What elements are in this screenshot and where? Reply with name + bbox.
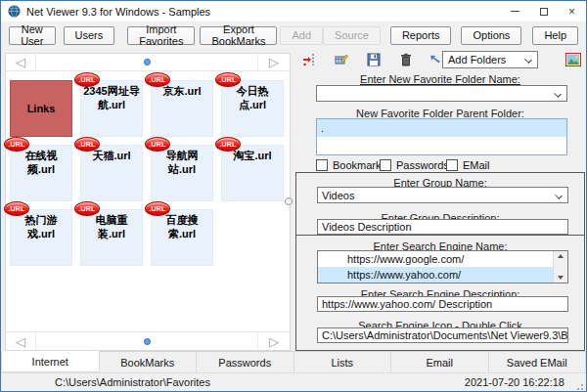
resize-grip-icon[interactable] — [574, 381, 584, 391]
page-next-button[interactable]: ▷ — [257, 54, 290, 70]
url-badge-icon: .URL — [215, 72, 241, 87]
url-badge-icon: .URL — [145, 72, 170, 87]
move-item-icon[interactable] — [302, 53, 316, 66]
new-user-button[interactable]: New User — [9, 26, 56, 45]
tab-passwords[interactable]: Passwords — [197, 352, 294, 372]
url-tile[interactable]: .URL热门游戏.url — [10, 209, 72, 266]
chevron-down-icon — [554, 90, 562, 98]
next-arrow-icon: ▷ — [269, 56, 279, 68]
page-indicator[interactable] — [36, 332, 257, 350]
passwords-checkbox[interactable]: Passwords — [380, 159, 449, 171]
maximize-button[interactable] — [529, 1, 558, 22]
prev-arrow-icon: ◁ — [16, 335, 25, 348]
tab-lists[interactable]: Lists — [294, 352, 392, 372]
current-path: C:\Users\Administrator\Favorites — [55, 376, 210, 388]
url-tile[interactable]: .URL京东.url — [151, 80, 213, 137]
group-description-input[interactable]: Videos Description — [317, 219, 568, 235]
tile-label: 电脑重装.url — [96, 214, 128, 240]
url-tile[interactable]: .URL百度搜索.url — [151, 209, 213, 266]
search-engine-description-input[interactable]: https://www.yahoo.com/ Description — [317, 296, 568, 312]
splitter-handle[interactable] — [285, 197, 293, 205]
new-favorite-folder-name-label: Enter New Favorite Folder Name: — [295, 73, 585, 85]
tile-label: 在线视频.url — [25, 150, 58, 175]
checkbox-icon — [316, 159, 328, 171]
parent-folder-listbox[interactable]: . — [316, 118, 567, 155]
page-next-button[interactable]: ▷ — [257, 332, 290, 350]
chevron-down-icon — [524, 56, 532, 64]
folder-tile-links[interactable]: Links — [10, 80, 72, 137]
page-dot-icon — [144, 59, 151, 65]
page-prev-button[interactable]: ◁ — [6, 332, 36, 350]
search-engine-listbox[interactable]: https://www.google.com/ https://www.yaho… — [317, 250, 568, 283]
list-item[interactable]: https://www.google.com/ — [318, 251, 567, 267]
add-button[interactable]: Add — [280, 26, 323, 45]
help-button[interactable]: Help — [532, 26, 578, 45]
source-button[interactable]: Source — [323, 26, 381, 45]
page-dot-icon — [144, 338, 151, 345]
save-icon[interactable] — [367, 53, 381, 66]
close-button[interactable]: × — [558, 1, 586, 22]
search-engine-icon-input[interactable]: C:\Users\Administrator\Documents\Net Vie… — [317, 327, 568, 343]
tab-internet[interactable]: Internet — [1, 351, 100, 372]
new-favorite-folder-name-combobox[interactable] — [316, 85, 567, 102]
export-bookmarks-button[interactable]: Export BookMarks — [200, 26, 277, 45]
email-checkbox[interactable]: EMail — [446, 159, 490, 171]
url-tile[interactable]: .URL天猫.url — [80, 145, 143, 201]
scroll-down-icon[interactable] — [558, 276, 564, 280]
main-toolbar: New User Users Import Favorites Export B… — [1, 22, 586, 48]
checkbox-label: Passwords — [396, 159, 449, 171]
prev-arrow-icon: ◁ — [16, 56, 25, 68]
tile-label: 今日热点.url — [237, 85, 269, 110]
page-prev-button[interactable]: ◁ — [6, 54, 36, 70]
favorites-panel: ◁ ▷ Links .URL2345网址导航.url .URL京东.url .U… — [5, 53, 291, 351]
page-indicator[interactable] — [36, 54, 257, 70]
details-panel: Add Folders Enter New Favorite Folder Na… — [295, 48, 585, 351]
url-tile[interactable]: .URL今日热点.url — [221, 80, 284, 137]
url-badge-icon: .URL — [74, 201, 100, 216]
app-window: Net Viewer 9.3 for Windows - Samples × N… — [0, 0, 587, 392]
tile-label: 淘宝.url — [233, 150, 271, 161]
url-tile[interactable]: .URL淘宝.url — [221, 145, 284, 201]
top-page-navigator: ◁ ▷ — [6, 54, 290, 71]
url-badge-icon: .URL — [145, 201, 170, 216]
url-badge-icon: .URL — [4, 137, 29, 152]
url-badge-icon: .URL — [74, 137, 100, 152]
minimize-icon — [511, 11, 519, 12]
url-tile[interactable]: .URL导航网站.url — [151, 145, 213, 201]
tab-bookmarks[interactable]: BookMarks — [100, 352, 198, 372]
url-tile[interactable]: .URL电脑重装.url — [80, 209, 143, 266]
tile-label: 京东.url — [162, 85, 201, 97]
tab-saved-email[interactable]: Saved EMail — [489, 352, 587, 372]
tile-label: 百度搜索.url — [166, 214, 199, 240]
options-button[interactable]: Options — [461, 26, 521, 45]
list-item[interactable]: https://www.yahoo.com/ — [318, 267, 567, 283]
edit-icon[interactable] — [335, 53, 348, 66]
bottom-tab-bar: Internet BookMarks Passwords Lists Email… — [1, 351, 586, 372]
bookmark-checkbox[interactable]: Bookmark — [316, 159, 382, 171]
minimize-button[interactable] — [501, 1, 529, 22]
listbox-scrollbar[interactable] — [553, 251, 567, 283]
combo-value: Videos — [322, 190, 354, 201]
type-checkbox-row: Bookmark Passwords EMail — [295, 159, 585, 173]
list-item[interactable] — [317, 137, 566, 154]
tile-label: 热门游戏.url — [25, 214, 58, 240]
users-button[interactable]: Users — [64, 26, 115, 45]
checkbox-icon — [446, 159, 458, 171]
close-icon: × — [568, 6, 575, 18]
reports-button[interactable]: Reports — [390, 26, 452, 45]
list-item[interactable]: . — [317, 119, 566, 137]
bottom-page-navigator: ◁ ▷ — [6, 331, 290, 350]
group-section: Enter Group Name: Videos Enter Group Des… — [295, 172, 585, 236]
scroll-up-icon[interactable] — [558, 254, 564, 258]
image-icon[interactable] — [565, 53, 581, 66]
url-tile[interactable]: .URL2345网址导航.url — [80, 80, 143, 137]
group-name-combobox[interactable]: Videos — [317, 187, 568, 203]
add-folders-dropdown[interactable]: Add Folders — [442, 51, 538, 68]
tab-email[interactable]: Email — [391, 352, 489, 372]
delete-icon[interactable] — [399, 53, 413, 66]
url-tile[interactable]: .URL在线视频.url — [10, 145, 72, 201]
tile-label: Links — [27, 102, 56, 115]
import-favorites-button[interactable]: Import Favorites — [127, 26, 195, 45]
url-badge-icon: .URL — [4, 201, 29, 216]
url-badge-icon: .URL — [215, 137, 241, 152]
